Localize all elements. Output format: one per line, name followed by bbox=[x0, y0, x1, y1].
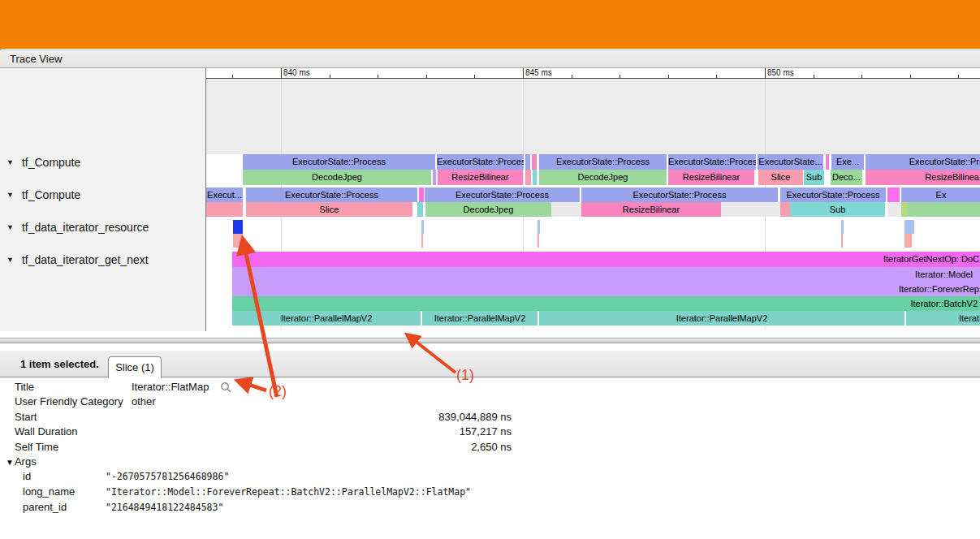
detail-row: Self Time2,650 ns bbox=[0, 440, 980, 455]
trace-slice[interactable] bbox=[907, 202, 980, 217]
trace-slice[interactable]: Iterator::ParallelMapV2 bbox=[232, 311, 421, 326]
trace-slice[interactable]: DecodeJpeg bbox=[425, 202, 551, 217]
ruler-minor-tick bbox=[668, 75, 669, 78]
trace-slice[interactable] bbox=[537, 234, 539, 248]
trace-slice[interactable]: ResizeBilinea bbox=[866, 170, 980, 185]
trace-slice[interactable] bbox=[826, 154, 829, 170]
trace-slice[interactable] bbox=[533, 170, 537, 185]
trace-slice[interactable]: Execut... bbox=[206, 188, 243, 202]
args-label: Args bbox=[15, 455, 37, 468]
collapse-triangle-icon[interactable]: ▼ bbox=[6, 191, 14, 199]
track-row: IteratorGetNextOp::DoC bbox=[206, 252, 980, 267]
trace-slice[interactable] bbox=[887, 188, 900, 202]
trace-slice[interactable] bbox=[721, 202, 780, 217]
detail-label: Start bbox=[15, 410, 132, 425]
trace-slice[interactable] bbox=[888, 202, 901, 217]
trace-slice[interactable]: Exe... bbox=[831, 154, 864, 170]
track-row: Iterator::ParallelMapV2Iterator::Paralle… bbox=[206, 311, 980, 326]
arg-row: parent_id"2164849418122484583" bbox=[0, 500, 980, 515]
trace-slice[interactable] bbox=[421, 234, 423, 248]
trace-slice[interactable]: Deco... bbox=[831, 170, 862, 185]
timeline-canvas[interactable]: ExecutorState::ProcessExecutorState::Pro… bbox=[206, 79, 980, 331]
trace-slice[interactable] bbox=[421, 220, 424, 234]
trace-slice[interactable] bbox=[233, 234, 243, 248]
trace-slice[interactable]: Slice bbox=[246, 202, 412, 217]
trace-slice[interactable]: ResizeBilinear bbox=[668, 170, 754, 185]
track-label-text: tf_data_iterator_resource bbox=[22, 221, 149, 234]
trace-slice[interactable] bbox=[417, 202, 423, 217]
trace-slice[interactable]: DecodeJpeg bbox=[243, 170, 431, 185]
trace-slice[interactable]: DecodeJpeg bbox=[539, 170, 667, 185]
trace-slice[interactable] bbox=[551, 202, 581, 217]
detail-row: User Friendly Categoryother bbox=[0, 395, 980, 409]
trace-slice[interactable]: Iterator::ParallelMapV2 bbox=[422, 311, 537, 326]
sidebar-track-1[interactable]: ▼tf_Compute bbox=[6, 188, 80, 203]
detail-label: Wall Duration bbox=[15, 425, 132, 439]
trace-slice[interactable] bbox=[233, 220, 243, 234]
track-row: Iterator::Model bbox=[206, 267, 980, 282]
collapse-triangle-icon[interactable]: ▼ bbox=[6, 223, 14, 231]
trace-slice[interactable]: IteratorGetNextOp::DoC bbox=[232, 252, 980, 267]
timeline-area: 840 ms845 ms850 ms ExecutorState::Proces… bbox=[205, 68, 980, 331]
trace-slice[interactable] bbox=[780, 202, 790, 217]
sidebar-track-2[interactable]: ▼tf_data_iterator_resource bbox=[6, 221, 149, 235]
trace-slice[interactable]: ExecutorState::Process bbox=[539, 154, 667, 170]
trace-slice[interactable]: ExecutorState::Process bbox=[581, 188, 778, 202]
trace-slice[interactable]: Iterator::ParallelMapV2 bbox=[539, 311, 904, 326]
details-panel: 1 item selected. Slice (1) TitleIterator… bbox=[0, 331, 980, 539]
trace-slice[interactable]: Slice bbox=[758, 170, 803, 185]
trace-slice[interactable]: ExecutorState::Process bbox=[668, 154, 756, 170]
trace-slice[interactable]: Iterat bbox=[906, 311, 980, 326]
trace-slice[interactable] bbox=[419, 188, 424, 202]
ruler-minor-tick bbox=[620, 75, 620, 78]
collapse-triangle-icon[interactable]: ▼ bbox=[6, 256, 14, 264]
trace-slice[interactable] bbox=[206, 202, 243, 217]
trace-slice[interactable]: Iterator::BatchV2 bbox=[232, 296, 980, 311]
ruler-tick-label: 850 ms bbox=[767, 68, 794, 77]
trace-slice[interactable] bbox=[525, 154, 530, 170]
trace-slice[interactable]: ExecutorState::Process bbox=[246, 188, 417, 202]
track-label-text: tf_data_iterator_get_next bbox=[22, 253, 149, 266]
trace-slice[interactable]: ResizeBilinear bbox=[581, 202, 721, 217]
magnifier-icon[interactable] bbox=[220, 382, 231, 395]
trace-slice[interactable]: ExecutorState::Process bbox=[437, 154, 524, 170]
trace-slice[interactable]: ExecutorState... bbox=[758, 154, 823, 170]
panel-splitter[interactable] bbox=[0, 338, 980, 351]
trace-slice[interactable]: Ex bbox=[901, 188, 980, 202]
trace-slice[interactable]: ResizeBilinear bbox=[438, 170, 523, 185]
trace-slice[interactable]: ExecutorState::Process bbox=[425, 188, 580, 202]
trace-slice[interactable]: Sub bbox=[804, 170, 824, 185]
trace-slice[interactable] bbox=[904, 220, 914, 234]
tab-slice[interactable]: Slice (1) bbox=[108, 356, 162, 378]
ruler-minor-tick bbox=[861, 75, 862, 78]
trace-slice[interactable]: Iterator::ForeverRep bbox=[232, 282, 980, 296]
sidebar-track-0[interactable]: ▼tf_Compute bbox=[6, 156, 80, 170]
trace-slice[interactable] bbox=[532, 154, 537, 170]
arg-row: long_name"Iterator::Model::ForeverRepeat… bbox=[0, 485, 980, 500]
empty-track-region bbox=[206, 79, 980, 154]
trace-slice[interactable] bbox=[901, 202, 907, 217]
ruler-major-tick bbox=[523, 68, 524, 79]
ruler-minor-tick bbox=[330, 75, 330, 78]
trace-slice[interactable] bbox=[841, 234, 843, 248]
detail-value: 157,217 ns bbox=[132, 425, 512, 439]
trace-slice[interactable] bbox=[525, 170, 531, 185]
trace-slice[interactable]: Sub bbox=[790, 202, 885, 217]
trace-slice[interactable]: Iterator::Model bbox=[232, 267, 980, 282]
track-row bbox=[206, 220, 980, 234]
trace-slice[interactable]: ExecutorState::Process bbox=[243, 154, 435, 170]
time-ruler[interactable]: 840 ms845 ms850 ms bbox=[206, 68, 980, 79]
arg-key: parent_id bbox=[23, 500, 106, 515]
trace-slice[interactable] bbox=[537, 220, 540, 234]
sidebar-track-3[interactable]: ▼tf_data_iterator_get_next bbox=[6, 253, 149, 268]
trace-slice[interactable] bbox=[904, 234, 912, 248]
trace-slice[interactable]: ExecutorState::Process bbox=[780, 188, 886, 202]
trace-slice[interactable] bbox=[433, 170, 436, 185]
trace-slice[interactable]: ExecutorState::Pr bbox=[866, 154, 980, 170]
trace-slice[interactable] bbox=[841, 220, 844, 234]
track-row: Iterator::ForeverRep bbox=[206, 282, 980, 296]
args-triangle-icon[interactable]: ▼ bbox=[6, 458, 14, 467]
args-toggle[interactable]: ▼Args bbox=[6, 455, 980, 469]
collapse-triangle-icon[interactable]: ▼ bbox=[6, 158, 14, 166]
track-row: Execut...ExecutorState::ProcessExecutorS… bbox=[206, 188, 980, 202]
